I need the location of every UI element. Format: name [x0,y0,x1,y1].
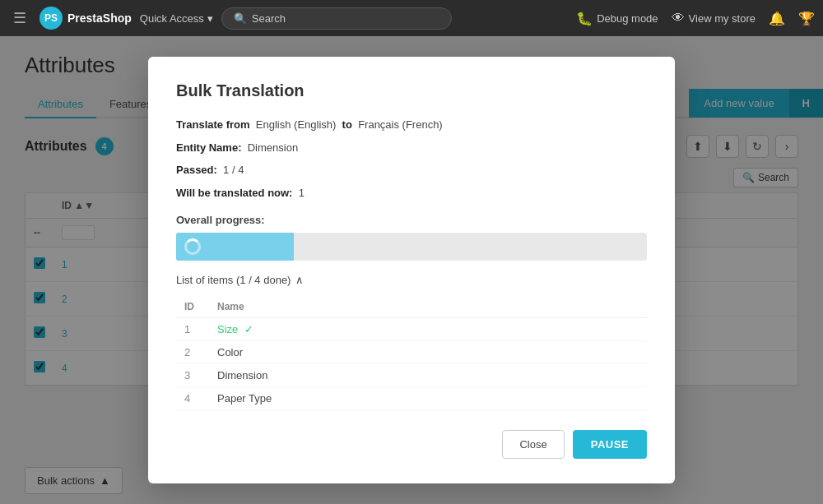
item-name-normal: Color [217,346,243,358]
brand-logo: PS PrestaShop [40,7,132,30]
item-name-done: Size [217,323,238,335]
list-toggle-label: List of items (1 / 4 done) [176,274,291,286]
bulk-translation-modal: Bulk Translation Translate from English … [148,57,675,483]
item-name-cell: Paper Type [209,387,647,410]
to-lang: Français (French) [358,118,443,131]
list-item: 1 Size ✓ [176,318,647,341]
notifications-button[interactable]: 🔔 [769,11,785,26]
passed-value: 1 / 4 [223,164,244,176]
entity-name-text: Entity Name: Dimension [176,140,647,156]
item-name-cell: Dimension [209,364,647,387]
will-translate-label: Will be translated now: [176,187,292,199]
pause-button[interactable]: PAUSE [573,430,647,459]
top-navigation: ☰ PS PrestaShop Quick Access ▾ 🔍 Search … [0,0,823,36]
modal-title: Bulk Translation [176,81,647,100]
item-id-cell: 3 [176,364,209,387]
passed-label: Passed: [176,164,217,176]
item-name-cell: Color [209,341,647,364]
entity-name-value: Dimension [248,141,298,154]
items-table: ID Name 1 Size ✓ 2 Color 3 [176,296,647,410]
item-id-cell: 1 [176,318,209,341]
brand-name: PrestaShop [67,12,132,25]
list-item: 3 Dimension [176,364,647,387]
eye-icon: 👁 [672,11,685,25]
logo-icon: PS [40,7,63,30]
progress-section: Overall progress: 25 % [176,214,647,261]
translate-from-label: Translate from [176,118,250,131]
to-label: to [342,118,352,131]
item-id-cell: 4 [176,387,209,410]
bug-icon: 🐛 [576,11,593,26]
search-placeholder-text: Search [252,12,286,25]
item-name-cell: Size ✓ [209,318,647,341]
items-col-id: ID [176,296,209,318]
modal-body: Translate from English (English) to Fran… [176,117,647,410]
entity-name-label: Entity Name: [176,141,241,154]
debug-mode-toggle[interactable]: 🐛 Debug mode [576,11,658,26]
from-lang: English (English) [256,118,337,131]
modal-overlay: Bulk Translation Translate from English … [0,36,823,504]
list-item: 4 Paper Type [176,387,647,410]
debug-mode-label: Debug mode [597,12,658,25]
page-content: Attributes Add new value H Attributes Fe… [0,36,823,504]
overall-progress-label: Overall progress: [176,214,647,226]
list-items-toggle[interactable]: List of items (1 / 4 done) ∧ [176,274,647,286]
will-translate-value: 1 [299,187,305,199]
quick-access-menu[interactable]: Quick Access ▾ [140,12,213,25]
trophy-button[interactable]: 🏆 [798,11,815,26]
close-button[interactable]: Close [502,430,564,459]
item-name-normal: Paper Type [217,392,272,405]
view-store-label: View my store [689,12,756,25]
trophy-icon: 🏆 [798,11,815,26]
translate-from-text: Translate from English (English) to Fran… [176,117,647,133]
list-item: 2 Color [176,341,647,364]
quick-access-label: Quick Access [140,12,204,25]
quick-access-arrow-icon: ▾ [207,12,213,25]
view-store-link[interactable]: 👁 View my store [672,11,756,25]
will-translate-text: Will be translated now: 1 [176,185,647,201]
progress-bar-fill [176,233,294,261]
items-col-name: Name [209,296,647,318]
items-body: 1 Size ✓ 2 Color 3 Dimension 4 Paper Typ… [176,318,647,410]
global-search-bar[interactable]: 🔍 Search [221,7,452,30]
bell-icon: 🔔 [769,11,785,26]
chevron-up-icon: ∧ [295,274,304,286]
search-icon: 🔍 [234,12,247,25]
progress-bar: 25 % [176,233,647,261]
hamburger-icon[interactable]: ☰ [8,9,31,27]
passed-text: Passed: 1 / 4 [176,162,647,178]
nav-right-actions: 🐛 Debug mode 👁 View my store 🔔 🏆 [576,11,815,26]
modal-footer: Close PAUSE [176,430,647,459]
progress-spinner [184,238,201,255]
item-name-normal: Dimension [217,369,267,381]
checkmark-icon: ✓ [244,323,253,335]
item-id-cell: 2 [176,341,209,364]
